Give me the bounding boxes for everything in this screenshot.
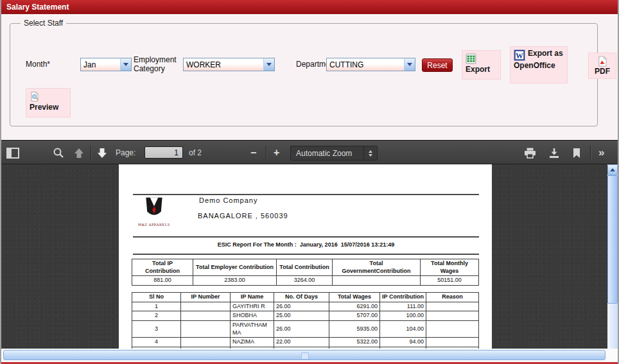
cell-reason [426, 321, 479, 338]
preview-button-label: Preview [30, 103, 58, 112]
department-select[interactable]: CUTTING [326, 58, 415, 71]
cell-ip-number [181, 338, 231, 347]
department-select-value: CUTTING [329, 60, 404, 69]
page-title: Salary Statement [6, 3, 69, 12]
reset-button[interactable]: Reset [422, 58, 453, 72]
document-rule [133, 254, 479, 255]
salary-statement-window: Salary Statement Select Staff Month* Jan… [0, 0, 619, 364]
export-button-label: Export [466, 65, 490, 74]
table-row: Total IP Contribution Total Employer Con… [132, 259, 479, 276]
table-row: Sl No IP Number IP Name No. Of Days Tota… [132, 293, 479, 302]
cell-slno: 1 [132, 302, 181, 311]
scroll-up-button[interactable] [607, 164, 618, 175]
bookmark-button[interactable] [572, 146, 581, 159]
summary-value: 2383.00 [193, 276, 277, 286]
print-icon [524, 148, 536, 159]
detail-table: Sl No IP Number IP Name No. Of Days Tota… [132, 292, 479, 349]
cell-wages: 5935.00 [329, 321, 380, 338]
detail-header: Reason [426, 293, 479, 302]
pdf-button-label: PDF [595, 67, 610, 76]
bookmark-icon [572, 148, 581, 159]
chevron-down-icon[interactable] [263, 58, 274, 71]
detail-header: Sl No [132, 293, 181, 302]
print-button[interactable] [524, 146, 536, 159]
month-select[interactable]: Jan [80, 58, 132, 71]
cell-reason [426, 338, 479, 347]
document-rule [133, 194, 479, 195]
month-select-value: Jan [83, 60, 120, 69]
table-row: 4 NAZIMA 22.00 5322.00 94.00 [132, 338, 479, 347]
cell-ip-name: PARVATHAMMA [231, 321, 274, 338]
cell-ip-number [181, 311, 231, 321]
cell-contribution: 100.00 [380, 311, 426, 321]
report-title: ESIC Report For The Month : January, 201… [133, 241, 479, 248]
sidebar-toggle-icon [6, 148, 19, 159]
vertical-scrollbar[interactable] [607, 164, 618, 349]
select-staff-form: Select Staff Month* Jan Employment Categ… [1, 16, 618, 140]
cell-contribution: 111.00 [380, 302, 426, 311]
summary-value: 50151.00 [421, 276, 479, 286]
scroll-grip-icon [301, 352, 309, 360]
fieldset-legend: Select Staff [21, 19, 66, 28]
zoom-out-button[interactable]: − [250, 146, 256, 159]
page-up-icon [73, 148, 85, 159]
chevron-updown-icon [363, 146, 377, 160]
zoom-in-button[interactable]: + [274, 146, 279, 159]
page-number-input[interactable] [144, 146, 183, 159]
employment-category-label: Employment Category [134, 55, 184, 73]
page-down-icon [96, 148, 108, 159]
company-address: BANAGALORE , 560039 [198, 212, 288, 220]
vertical-scroll-thumb[interactable] [607, 175, 618, 304]
summary-table: Total IP Contribution Total Employer Con… [132, 259, 479, 286]
cell-ip-number [181, 321, 231, 338]
company-logo: H&Z APPARELS [137, 196, 171, 227]
detail-header: Total Wages [329, 293, 380, 302]
cell-ip-name: SHOBHA [231, 311, 274, 321]
page-label: Page: [116, 146, 135, 159]
sidebar-toggle-button[interactable] [6, 146, 19, 159]
summary-header: Total GovernmentContribution [333, 259, 421, 276]
preview-button[interactable]: Preview [26, 88, 71, 117]
page-count-label: of 2 [189, 146, 202, 159]
page-up-button[interactable] [73, 146, 85, 159]
summary-header: Total IP Contribution [132, 259, 193, 276]
cell-wages: 5322.00 [329, 338, 380, 347]
cell-wages: 5707.00 [329, 311, 380, 321]
summary-header: Total Contribution [277, 259, 333, 276]
cell-slno: 4 [132, 338, 181, 347]
toolbar-divider [91, 146, 92, 160]
search-icon [53, 147, 64, 159]
table-row: 3 PARVATHAMMA 26.00 5935.00 104.00 [132, 321, 479, 338]
export-excel-button[interactable]: Export [462, 50, 501, 80]
search-button[interactable] [53, 146, 64, 159]
summary-value: 3264.00 [277, 276, 333, 286]
table-row: 1 GAYITHRI R 26.00 6291.00 111.00 [132, 302, 479, 311]
window-titlebar: Salary Statement [1, 0, 618, 14]
zoom-level-select[interactable]: Automatic Zoom [290, 146, 378, 160]
cell-reason [426, 311, 479, 321]
company-logo-icon [143, 196, 166, 220]
export-openoffice-button[interactable]: W Export as OpenOffice [510, 46, 568, 83]
document-rule [133, 236, 479, 238]
horizontal-scrollbar[interactable] [1, 349, 618, 362]
detail-header: IP Contribution [380, 293, 426, 302]
zoom-level-value: Automatic Zoom [291, 149, 363, 158]
detail-header: No. Of Days [274, 293, 329, 302]
export-pdf-button[interactable]: PDF [588, 53, 616, 79]
toolbar-more-button[interactable]: » [598, 146, 604, 159]
employment-category-select[interactable]: WORKER [183, 58, 275, 71]
cell-ip-number [181, 302, 231, 311]
horizontal-scroll-thumb[interactable] [3, 350, 606, 360]
download-button[interactable] [548, 146, 560, 159]
table-row: 2 SHOBHA 25.00 5707.00 100.00 [132, 311, 479, 321]
cell-slno: 3 [132, 321, 181, 338]
cell-ip-name: NAZIMA [231, 338, 274, 347]
summary-value: 881.00 [132, 276, 193, 286]
cell-ip-name: GAYITHRI R [231, 302, 274, 311]
chevron-down-icon[interactable] [404, 58, 415, 71]
chevron-down-icon[interactable] [120, 58, 131, 71]
pdf-page: H&Z APPARELS Demo Company BANAGALORE , 5… [119, 164, 492, 349]
page-down-button[interactable] [96, 146, 108, 159]
scroll-up-icon [610, 166, 615, 171]
toolbar-divider [266, 146, 267, 160]
